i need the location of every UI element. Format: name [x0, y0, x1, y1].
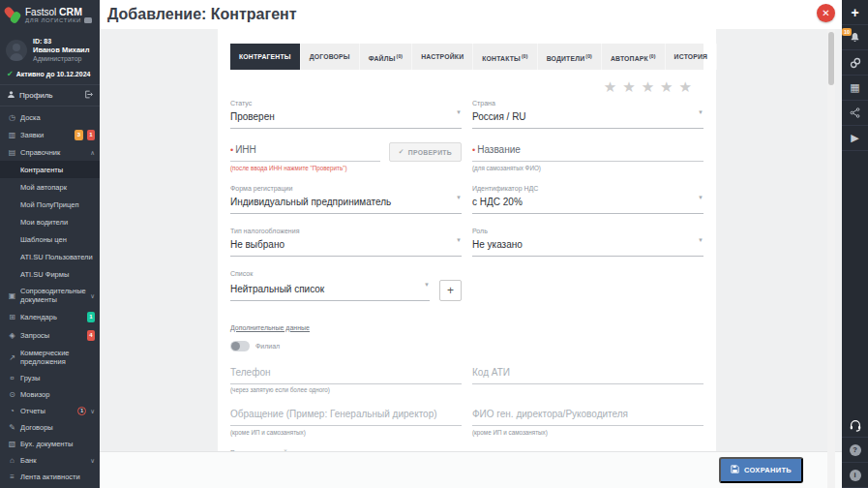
sidebar-item-kontragenty[interactable]: Контрагенты	[0, 161, 100, 178]
toolbar-support[interactable]	[842, 412, 868, 438]
toolbar-calculator[interactable]: ▦	[842, 76, 868, 101]
chat-icon	[84, 17, 92, 23]
vat-field[interactable]: Идентификатор НДС с НДС 20%▼	[472, 185, 703, 214]
role-label: Роль	[472, 228, 703, 234]
star-icon[interactable]: ★	[642, 78, 654, 95]
registration-form-label: Форма регистрации	[230, 185, 462, 192]
notification-count-badge: 10	[842, 28, 852, 36]
tab-count: (0)	[649, 53, 656, 59]
sidebar-item-profile[interactable]: Профиль	[0, 84, 100, 107]
logo-text: Fastsol CRM ДЛЯ ЛОГИСТИКИ	[25, 7, 92, 23]
save-button[interactable]: СОХРАНИТЬ	[719, 457, 803, 483]
tab-label: КОНТАКТЫ	[482, 55, 521, 62]
logout-icon[interactable]	[84, 90, 93, 101]
role-field[interactable]: Роль Не указано▼	[472, 228, 703, 257]
sidebar-item-label: Договоры	[20, 423, 95, 432]
chevron-down-icon: ▼	[456, 195, 462, 200]
toolbar-run[interactable]: ▶	[842, 126, 868, 151]
scrollbar-thumb[interactable]	[828, 32, 834, 85]
plus-icon: +	[851, 5, 858, 20]
sidebar-item-buh-dokumenty[interactable]: ▧Бух. документы	[0, 436, 100, 452]
director-field: ФИО ген. директора/Руководителя (кроме И…	[472, 407, 703, 436]
country-field[interactable]: Страна Россия / RU▼	[472, 100, 703, 129]
sidebar-item-atisu-polzovateli[interactable]: ATI.SU Пользователи	[0, 248, 100, 265]
brand-name: Fastsol	[25, 7, 56, 17]
tab-kontragenty[interactable]: КОНТРАГЕНТЫ	[230, 44, 301, 70]
sidebar-item-spravochnik[interactable]: ▤Справочник∧	[0, 144, 100, 161]
sidebar-item-moy-polupritsep[interactable]: Мой ПолуПрицеп	[0, 196, 100, 213]
registration-form-select[interactable]: Индивидуальный предприниматель▼	[230, 195, 462, 214]
vat-select[interactable]: с НДС 20%▼	[472, 195, 703, 214]
info-icon: i	[850, 470, 861, 481]
tax-type-select[interactable]: Не выбрано▼	[230, 237, 462, 257]
toolbar-add[interactable]: +	[842, 0, 868, 25]
ati-code-input[interactable]: Код АТИ	[472, 365, 703, 384]
salutation-input[interactable]: Обращение (Пример: Генеральный директор)	[230, 407, 462, 426]
soprovoditelnye-dokumenty-icon: ▣	[8, 291, 16, 300]
toolbar-share[interactable]	[842, 101, 868, 126]
star-icon[interactable]: ★	[622, 78, 635, 95]
tab-avtopark[interactable]: АВТОПАРК(0)	[602, 44, 666, 70]
tab-fayly[interactable]: ФАЙЛЫ(0)	[360, 44, 413, 70]
zayavki-icon: ▥	[8, 131, 16, 139]
brand-tagline: ДЛЯ ЛОГИСТИКИ	[25, 17, 81, 23]
sidebar-item-atisu-firmy[interactable]: ATI.SU Фирмы	[0, 265, 100, 283]
add-list-button[interactable]: +	[439, 280, 462, 301]
count-badge: 1	[87, 312, 95, 322]
sidebar-item-dogovory[interactable]: ✎Договоры	[0, 419, 100, 436]
toolbar-notifications[interactable]: 10	[842, 25, 868, 50]
sidebar-item-zaprosy[interactable]: ◈Запросы4	[0, 326, 100, 345]
status-field[interactable]: Статус Проверен▼	[230, 100, 462, 129]
tab-kontakty[interactable]: КОНТАКТЫ(0)	[473, 44, 537, 70]
sidebar-item-zayavki[interactable]: ▥Заявки31	[0, 126, 100, 144]
name-input[interactable]: •Название	[472, 142, 703, 162]
phone-input[interactable]: Телефон	[230, 365, 462, 384]
buh-dokumenty-icon: ▧	[8, 440, 16, 448]
sidebar-item-label: ATI.SU Фирмы	[20, 270, 95, 279]
toolbar-links[interactable]	[842, 50, 868, 76]
sidebar-item-soprovoditelnye-dokumenty[interactable]: ▣Сопроводительные документы∨	[0, 283, 100, 308]
sidebar-item-bank[interactable]: ⌂Банк∨	[0, 452, 100, 469]
star-icon[interactable]: ★	[660, 78, 673, 95]
sidebar-item-moi-voditeli[interactable]: Мои водители	[0, 213, 100, 230]
country-select[interactable]: Россия / RU▼	[472, 109, 703, 129]
role-select[interactable]: Не указано▼	[472, 237, 703, 257]
main-area: Добавление: Контрагент ✕ КОНТРАГЕНТЫДОГО…	[100, 0, 842, 488]
count-badge: 3	[75, 130, 82, 140]
toolbar-info[interactable]: i	[842, 463, 868, 488]
sidebar-item-gruzy[interactable]: ¤Грузы	[0, 370, 100, 386]
sidebar-item-label: Справочник	[20, 148, 86, 157]
sidebar-item-movizor[interactable]: ⊙Мовизор	[0, 386, 100, 403]
tab-istoriya[interactable]: ИСТОРИЯ	[666, 44, 718, 70]
star-icon[interactable]: ★	[604, 78, 616, 95]
additional-data-section-label: Дополнительные данные	[230, 324, 703, 331]
tab-voditeli[interactable]: ВОДИТЕЛИ(0)	[538, 44, 602, 70]
vertical-scrollbar[interactable]	[827, 29, 835, 488]
sidebar-item-label: Доска	[20, 113, 95, 122]
sidebar-item-kommercheskie-predlozheniya[interactable]: ↗Коммерческие предложения	[0, 345, 100, 370]
branch-toggle[interactable]	[230, 341, 250, 351]
count-badge: 1	[77, 407, 86, 415]
sidebar-item-kalendar[interactable]: ⊞Календарь1	[0, 308, 100, 326]
director-input[interactable]: ФИО ген. директора/Руководителя	[472, 407, 703, 426]
close-icon[interactable]: ✕	[817, 4, 835, 22]
status-select[interactable]: Проверен▼	[230, 109, 462, 129]
sidebar-item-doska[interactable]: ◷Доска	[0, 109, 100, 126]
sidebar-item-moy-avtopark[interactable]: Мой автопарк	[0, 178, 100, 196]
registration-form-field[interactable]: Форма регистрации Индивидуальный предпри…	[230, 185, 462, 214]
toolbar-spacer	[842, 151, 868, 412]
tab-dogovory[interactable]: ДОГОВОРЫ	[301, 44, 360, 70]
sidebar-item-shablony-tsen[interactable]: Шаблоны цен	[0, 230, 100, 248]
tab-nastroyki[interactable]: НАСТРОЙКИ	[412, 44, 473, 70]
license-text: Активно до 10.12.2024	[16, 71, 91, 77]
sidebar-item-otchety[interactable]: ◔Отчеты1∨	[0, 403, 100, 419]
inn-input[interactable]: •ИНН	[230, 142, 380, 162]
sidebar-item-lenta-aktivnosti[interactable]: ≡Лента активности	[0, 469, 100, 485]
verify-inn-button[interactable]: ✓ПРОВЕРИТЬ	[389, 142, 462, 162]
license-status: ✔ Активно до 10.12.2024	[0, 67, 100, 84]
tax-type-field[interactable]: Тип налогообложения Не выбрано▼	[230, 228, 462, 257]
otchety-icon: ◔	[8, 407, 16, 415]
list-select[interactable]: Нейтральный список▼	[230, 282, 430, 301]
toolbar-help[interactable]: ?	[842, 438, 868, 463]
star-icon[interactable]: ★	[679, 78, 692, 95]
